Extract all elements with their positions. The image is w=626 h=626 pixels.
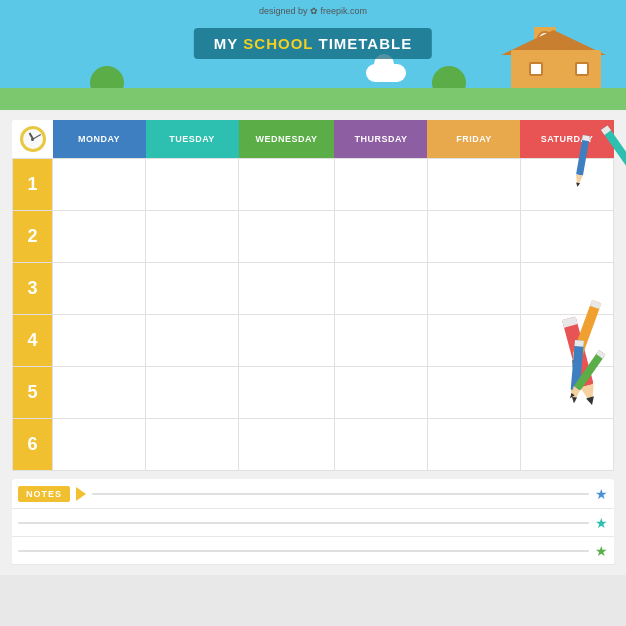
freepik-credit: designed by ✿ freepik.com — [259, 6, 367, 16]
note-line-2 — [18, 522, 589, 524]
cell-row2-day3[interactable] — [334, 211, 427, 263]
cell-row3-day4[interactable] — [427, 263, 520, 315]
cell-row2-day5[interactable] — [520, 211, 613, 263]
building-window-2 — [575, 62, 589, 76]
th-monday: MONDAY — [53, 120, 146, 159]
title-timetable: TIMETABLE — [318, 35, 412, 52]
notes-label: NOTES — [18, 486, 70, 502]
note-row-2: ★ — [12, 509, 614, 537]
star-2: ★ — [595, 515, 608, 531]
note-line-3 — [18, 550, 589, 552]
cell-row1-day4[interactable] — [427, 159, 520, 211]
cell-row4-day2[interactable] — [239, 315, 335, 367]
timetable: MONDAY TUESDAY WEDNESDAY THURSDAY FRIDAY — [12, 120, 614, 471]
title-box: MY SCHOOL TIMETABLE — [194, 28, 432, 59]
cell-row1-day2[interactable] — [239, 159, 335, 211]
cell-row6-day4[interactable] — [427, 419, 520, 471]
notes-arrow-icon — [76, 487, 86, 501]
cell-row1-day5[interactable] — [520, 159, 613, 211]
notes-row: NOTES ★ — [12, 479, 614, 509]
cell-row4-day3[interactable] — [334, 315, 427, 367]
th-clock — [13, 120, 53, 159]
cell-row6-day2[interactable] — [239, 419, 335, 471]
cell-row1-day1[interactable] — [146, 159, 239, 211]
row-number-2: 2 — [13, 211, 53, 263]
cell-row2-day1[interactable] — [146, 211, 239, 263]
cell-row3-day2[interactable] — [239, 263, 335, 315]
title-school: SCHOOL — [243, 35, 313, 52]
th-friday: FRIDAY — [427, 120, 520, 159]
cloud-shape — [366, 64, 406, 82]
row-number-3: 3 — [13, 263, 53, 315]
cell-row5-day4[interactable] — [427, 367, 520, 419]
th-wednesday: WEDNESDAY — [239, 120, 335, 159]
cell-row6-day0[interactable] — [53, 419, 146, 471]
clock-icon — [20, 126, 46, 152]
cell-row3-day1[interactable] — [146, 263, 239, 315]
notes-section: NOTES ★ ★ ★ — [12, 479, 614, 565]
notes-line-1 — [92, 493, 589, 495]
cell-row3-day0[interactable] — [53, 263, 146, 315]
cell-row5-day5[interactable] — [520, 367, 613, 419]
cell-row4-day4[interactable] — [427, 315, 520, 367]
timetable-wrapper: MONDAY TUESDAY WEDNESDAY THURSDAY FRIDAY — [12, 120, 614, 471]
row-number-6: 6 — [13, 419, 53, 471]
cell-row5-day0[interactable] — [53, 367, 146, 419]
cell-row3-day5[interactable] — [520, 263, 613, 315]
top-banner: designed by ✿ freepik.com MY SCHOOL TIME… — [0, 0, 626, 110]
cell-row6-day3[interactable] — [334, 419, 427, 471]
cell-row2-day0[interactable] — [53, 211, 146, 263]
building-window-1 — [529, 62, 543, 76]
cell-row1-day3[interactable] — [334, 159, 427, 211]
cell-row2-day4[interactable] — [427, 211, 520, 263]
cell-row5-day3[interactable] — [334, 367, 427, 419]
title-my: MY — [214, 35, 239, 52]
main-area: MONDAY TUESDAY WEDNESDAY THURSDAY FRIDAY — [0, 110, 626, 575]
grass-strip — [0, 88, 626, 110]
cell-row6-day1[interactable] — [146, 419, 239, 471]
row-number-4: 4 — [13, 315, 53, 367]
th-thursday: THURSDAY — [334, 120, 427, 159]
cell-row5-day1[interactable] — [146, 367, 239, 419]
cell-row4-day0[interactable] — [53, 315, 146, 367]
cell-row6-day5[interactable] — [520, 419, 613, 471]
row-number-1: 1 — [13, 159, 53, 211]
star-3: ★ — [595, 543, 608, 559]
row-number-5: 5 — [13, 367, 53, 419]
note-row-3: ★ — [12, 537, 614, 565]
th-saturday: SATURDAY — [520, 120, 613, 159]
cell-row3-day3[interactable] — [334, 263, 427, 315]
cell-row5-day2[interactable] — [239, 367, 335, 419]
cell-row1-day0[interactable] — [53, 159, 146, 211]
star-1: ★ — [595, 486, 608, 502]
clock-center-dot — [31, 138, 34, 141]
cell-row4-day1[interactable] — [146, 315, 239, 367]
cell-row2-day2[interactable] — [239, 211, 335, 263]
cell-row4-day5[interactable] — [520, 315, 613, 367]
cloud — [366, 64, 406, 82]
th-tuesday: TUESDAY — [146, 120, 239, 159]
